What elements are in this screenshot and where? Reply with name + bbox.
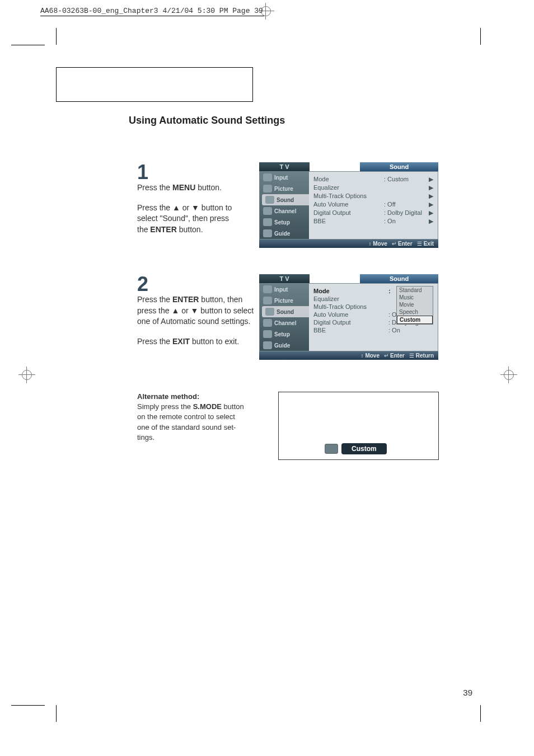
osd-sidebar-picture: Picture xyxy=(260,295,309,306)
osd-tv-label: T V xyxy=(259,274,310,283)
osd-sidebar-input: Input xyxy=(260,284,309,295)
picture-icon xyxy=(263,185,272,192)
crop-mark xyxy=(480,705,481,722)
step-number-2: 2 xyxy=(137,274,255,294)
osd-sidebar: Input Picture Sound Channel Setup Guide xyxy=(260,172,309,239)
registration-mark-left xyxy=(18,367,35,383)
osd-menu-list: Mode: Custom▶ Equalizer▶ Multi-Track Opt… xyxy=(309,172,438,239)
osd-sidebar-setup: Setup xyxy=(260,328,309,340)
picture-icon xyxy=(263,297,272,304)
osd-footer: ↕ Move ↵ Enter ☰ Return xyxy=(259,351,438,360)
dropdown-option: Standard xyxy=(397,287,433,294)
file-header-line: AA68-03263B-00_eng_Chapter3 4/21/04 5:30… xyxy=(40,7,263,15)
step-number-1: 1 xyxy=(137,162,249,182)
crop-mark xyxy=(11,45,45,45)
osd-sidebar-setup: Setup xyxy=(260,217,309,228)
osd-sidebar-input: Input xyxy=(260,172,309,183)
registration-mark-right xyxy=(500,367,517,383)
osd-title: Sound xyxy=(360,162,438,171)
mode-dropdown: Standard Music Movie Speech Custom xyxy=(396,286,433,325)
channel-icon xyxy=(263,319,272,327)
step-2-line2: Press the EXIT button to exit. xyxy=(137,336,255,348)
step-2-block: 2 Press the ENTER button, then press the… xyxy=(137,274,255,347)
dropdown-option: Movie xyxy=(397,301,433,308)
crop-mark xyxy=(480,28,481,45)
dropdown-option-selected: Custom xyxy=(397,316,433,324)
osd-sidebar-picture: Picture xyxy=(260,183,309,194)
registration-mark-top xyxy=(257,3,274,20)
osd-screenshot-1: T V Sound Input Picture Sound Channel Se… xyxy=(259,162,438,248)
osd-sidebar-guide: Guide xyxy=(260,340,309,351)
crop-mark xyxy=(56,28,57,45)
speaker-icon xyxy=(325,444,338,454)
channel-icon xyxy=(263,207,272,215)
step-1-block: 1 Press the MENU button. Press the ▲ or … xyxy=(137,162,249,235)
dropdown-option: Speech xyxy=(397,308,433,316)
crop-mark xyxy=(11,705,45,706)
header-underline xyxy=(40,16,264,16)
step-1-line2: Press the ▲ or ▼ button to select "Sound… xyxy=(137,203,232,236)
guide-icon xyxy=(263,229,272,237)
page-number: 39 xyxy=(463,688,472,697)
custom-bubble: Custom xyxy=(325,443,387,454)
alt-method-title: Alternate method: xyxy=(137,392,199,401)
osd-sidebar-channel: Channel xyxy=(260,317,309,328)
osd-sidebar-guide: Guide xyxy=(260,228,309,239)
section-title: Using Automatic Sound Settings xyxy=(129,115,285,126)
osd-screenshot-2: T V Sound Input Picture Sound Channel Se… xyxy=(259,274,438,360)
step-1-line1: Press the MENU button. xyxy=(137,182,249,194)
osd-footer: ↕ Move ↵ Enter ☰ Exit xyxy=(259,240,438,248)
guide-icon xyxy=(263,341,272,349)
osd-sidebar-sound: Sound xyxy=(262,194,309,205)
osd-title: Sound xyxy=(360,274,438,283)
setup-icon xyxy=(263,330,272,338)
crop-mark xyxy=(56,705,57,722)
sound-icon xyxy=(265,308,274,316)
step-2-line1: Press the ENTER button, then press the ▲… xyxy=(137,294,255,327)
osd-sidebar-sound: Sound xyxy=(262,306,309,317)
alternate-method-text: Alternate method: Simply press the S.MOD… xyxy=(137,392,249,443)
osd-sidebar-channel: Channel xyxy=(260,205,309,217)
input-icon xyxy=(263,285,272,293)
title-box xyxy=(56,67,253,102)
setup-icon xyxy=(263,218,272,226)
osd-tv-label: T V xyxy=(259,162,310,171)
input-icon xyxy=(263,173,272,181)
custom-bubble-label: Custom xyxy=(341,443,387,454)
osd-sidebar: Input Picture Sound Channel Setup Guide xyxy=(260,284,309,351)
sound-icon xyxy=(265,196,274,204)
dropdown-option: Music xyxy=(397,294,433,301)
